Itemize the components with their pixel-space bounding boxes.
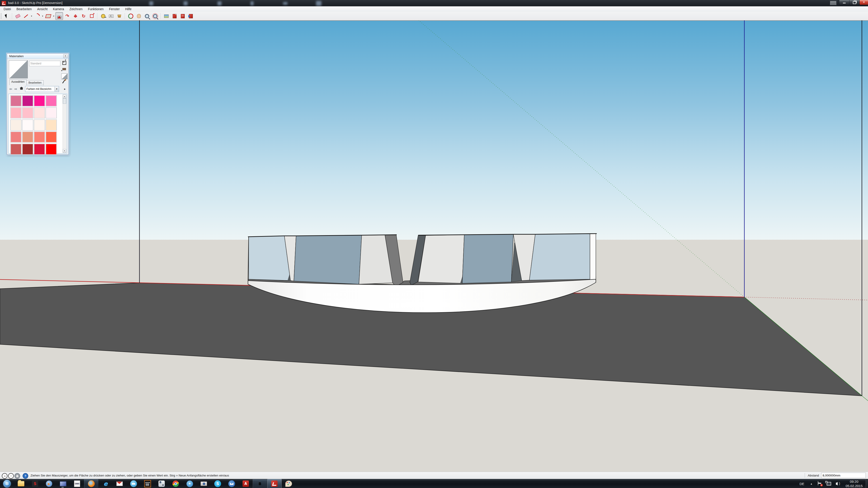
taskbar-sketchup[interactable] xyxy=(267,479,282,488)
tab-select[interactable]: Auswählen xyxy=(9,79,27,85)
title-bar[interactable]: bad-3.0 - SketchUp Pro [Demoversion] ✕ xyxy=(0,0,868,6)
taskbar-b-browser[interactable]: B xyxy=(155,479,168,488)
menu-fenster[interactable]: Fenster xyxy=(106,6,122,11)
color-swatch-FFFAFA[interactable] xyxy=(22,120,33,131)
menu-bearbeiten[interactable]: Bearbeiten xyxy=(14,6,35,11)
scroll-up-icon[interactable]: ▲ xyxy=(63,95,66,98)
color-swatch-FFE4C4[interactable] xyxy=(46,120,57,131)
tub-model[interactable] xyxy=(248,234,597,313)
taskbar-mail[interactable] xyxy=(113,479,127,488)
taskbar-compass[interactable] xyxy=(183,479,197,488)
arc-dropdown-arrow[interactable]: ▼ xyxy=(41,12,44,20)
help-icon[interactable]: ? xyxy=(23,473,28,479)
color-swatch-FF0000[interactable] xyxy=(46,144,57,155)
color-swatch-CD5C5C[interactable] xyxy=(10,144,22,155)
zoom-extents-tool-button[interactable] xyxy=(151,12,159,20)
taskbar-skype[interactable]: S xyxy=(211,479,225,488)
color-swatch-DC143C[interactable] xyxy=(34,144,45,155)
color-swatch-E9967A[interactable] xyxy=(22,131,33,142)
arc-tool-button[interactable] xyxy=(33,12,41,20)
taskbar-screenshot[interactable] xyxy=(197,479,211,488)
action-center-flag-icon[interactable]: ✕ xyxy=(817,481,823,487)
rectangle-dropdown-arrow[interactable]: ▼ xyxy=(52,12,55,20)
photo-textures-tool-button[interactable] xyxy=(162,12,170,20)
taskbar-oms[interactable]: OMS xyxy=(70,479,84,488)
taskbar-internet-explorer[interactable]: e xyxy=(98,479,113,488)
materials-close-button[interactable]: ✕ xyxy=(63,54,68,58)
scroll-thumb[interactable] xyxy=(63,98,66,104)
modeling-viewport[interactable]: Materialien ✕ Auswählen Bearbeiten ⬅ ➡ F… xyxy=(0,20,868,472)
color-swatch-A52A2A[interactable] xyxy=(22,144,33,155)
panel-9[interactable] xyxy=(529,234,590,280)
color-swatch-F08080[interactable] xyxy=(10,131,22,142)
taskbar-explorer[interactable] xyxy=(14,479,28,488)
color-swatch-FF6347[interactable] xyxy=(46,131,57,142)
menu-hilfe[interactable]: Hilfe xyxy=(123,6,134,11)
swatch-scrollbar[interactable]: ▲ ▼ xyxy=(63,94,66,153)
menu-ansicht[interactable]: Ansicht xyxy=(34,6,50,11)
tab-edit[interactable]: Bearbeiten xyxy=(26,80,43,86)
volume-icon[interactable] xyxy=(835,481,841,487)
hidden-icons-chevron[interactable]: ▲ xyxy=(807,482,815,485)
select-tool-button[interactable] xyxy=(3,12,10,20)
menu-kamera[interactable]: Kamera xyxy=(50,6,67,11)
tape-measure-tool-button[interactable] xyxy=(99,12,107,20)
rim-end-cap[interactable] xyxy=(590,234,596,280)
color-swatch-FF69B4[interactable] xyxy=(46,95,57,106)
color-swatch-FA8072[interactable] xyxy=(34,131,45,142)
language-indicator[interactable]: DE xyxy=(796,482,807,486)
menu-funktionen[interactable]: Funktionen xyxy=(85,6,106,11)
credits-icon[interactable]: ↑ xyxy=(8,473,14,479)
color-swatch-FFF0F5[interactable] xyxy=(46,107,57,119)
close-button[interactable]: ✕ xyxy=(860,0,868,5)
restore-button[interactable] xyxy=(849,0,860,5)
show-desktop-button[interactable] xyxy=(866,479,868,488)
scene-canvas[interactable] xyxy=(0,20,868,472)
taskbar-media-player[interactable] xyxy=(42,479,56,488)
style-builder-tool-button[interactable] xyxy=(179,12,186,20)
menu-zeichnen[interactable]: Zeichnen xyxy=(67,6,85,11)
paint-with-texture-button[interactable] xyxy=(62,67,67,72)
tray-clock[interactable]: 09:20 05.02.2015 xyxy=(842,480,866,488)
menu-datei[interactable]: Datei xyxy=(1,6,14,11)
back-arrow-icon[interactable]: ⬅ xyxy=(9,87,12,91)
collection-dropdown[interactable]: Farben mit Bezeichn ▼ xyxy=(25,86,59,92)
taskbar-firefox[interactable] xyxy=(84,479,98,488)
forward-arrow-icon[interactable]: ➡ xyxy=(14,87,17,91)
toolbar-grip[interactable] xyxy=(1,13,2,19)
line-dropdown-arrow[interactable]: ▼ xyxy=(30,12,33,20)
panel-7[interactable] xyxy=(462,234,513,283)
taskbar-remote-desktop[interactable] xyxy=(56,479,70,488)
scroll-down-icon[interactable]: ▼ xyxy=(63,149,66,153)
materials-panel-header[interactable]: Materialien ✕ xyxy=(7,54,68,59)
color-swatch-FF1493[interactable] xyxy=(34,95,45,106)
share-model-tool-button[interactable] xyxy=(187,12,195,20)
orbit-tool-button[interactable] xyxy=(127,12,134,20)
color-swatch-FFC0CB[interactable] xyxy=(22,107,33,119)
color-swatch-FAF0E6[interactable] xyxy=(10,120,22,131)
create-material-button[interactable] xyxy=(62,60,67,65)
push-pull-tool-button[interactable] xyxy=(55,12,63,20)
color-swatch-FFF5EE[interactable] xyxy=(34,120,45,131)
pan-tool-button[interactable] xyxy=(135,12,143,20)
geolocation-icon[interactable]: ◑ xyxy=(2,473,7,479)
rotate-tool-button[interactable]: ↻ xyxy=(80,12,88,20)
taskbar-start[interactable] xyxy=(0,479,14,488)
move-tool-button[interactable]: ↔↕ xyxy=(72,12,79,20)
eraser-tool-button[interactable] xyxy=(14,12,22,20)
text-tool-button[interactable]: A1 xyxy=(107,12,115,20)
panel-6[interactable] xyxy=(418,235,464,283)
home-icon[interactable] xyxy=(20,87,23,90)
panel-3[interactable] xyxy=(294,235,362,284)
network-icon[interactable] xyxy=(826,481,832,487)
materials-panel[interactable]: Materialien ✕ Auswählen Bearbeiten ⬅ ➡ F… xyxy=(7,53,69,155)
line-tool-button[interactable] xyxy=(22,12,30,20)
paint-bucket-tool-button[interactable] xyxy=(116,12,123,20)
color-swatch-FFB6C1[interactable] xyxy=(10,107,22,119)
taskbar-b-browser-2[interactable]: B xyxy=(253,479,267,488)
panel-1[interactable] xyxy=(249,236,290,281)
taskbar-design[interactable]: DESIGN xyxy=(141,479,155,488)
sign-in-icon[interactable] xyxy=(14,473,20,479)
rectangle-tool-button[interactable] xyxy=(44,12,52,20)
color-swatch-C71585[interactable] xyxy=(22,95,33,106)
